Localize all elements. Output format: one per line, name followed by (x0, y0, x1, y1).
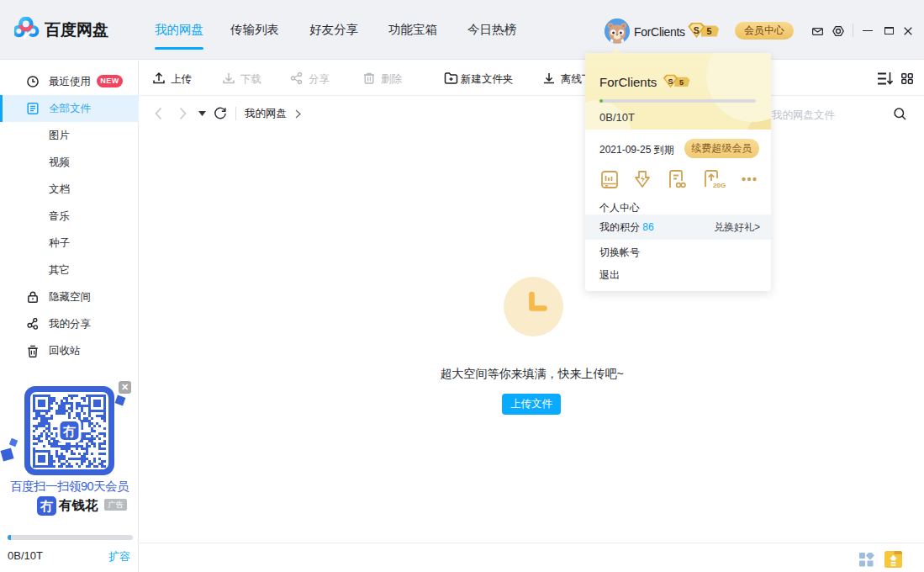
svg-text:5: 5 (707, 26, 712, 36)
svg-text:S: S (694, 25, 700, 35)
svg-text:冇: 冇 (62, 424, 76, 438)
svg-text:20G: 20G (713, 182, 726, 189)
svg-text:S: S (668, 77, 673, 86)
svg-text:5: 5 (679, 78, 684, 87)
